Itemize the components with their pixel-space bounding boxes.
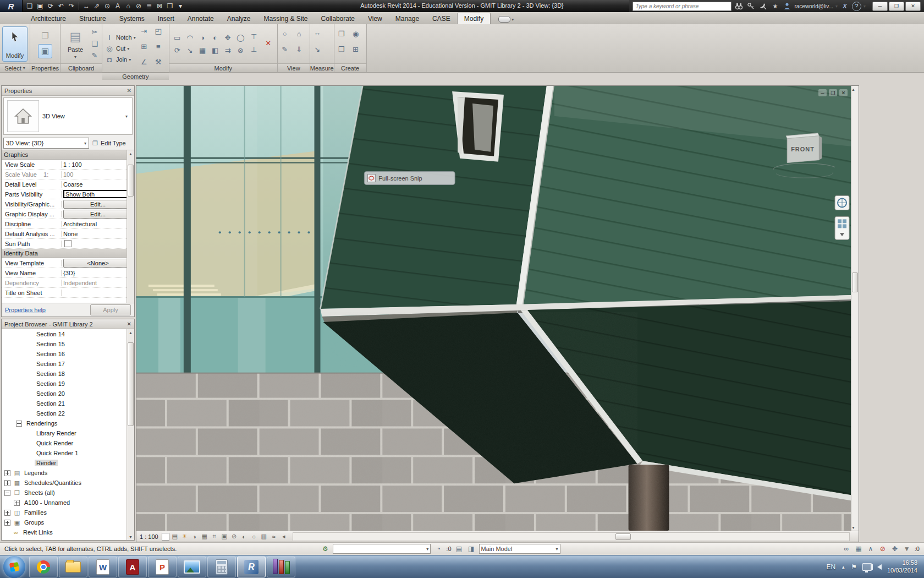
linework-icon[interactable]: ✎ bbox=[280, 45, 290, 54]
account-caret-icon[interactable]: ▾ bbox=[835, 4, 838, 9]
close-icon[interactable]: ✕ bbox=[127, 321, 131, 327]
taskbar-winrar[interactable] bbox=[267, 557, 295, 577]
aligned-dimension-icon[interactable]: ⇗ bbox=[92, 1, 102, 11]
select-pinned-icon[interactable]: ∧ bbox=[866, 544, 875, 553]
view-close-button[interactable]: ✕ bbox=[839, 89, 848, 96]
parts-visibility-field[interactable]: Show Both bbox=[63, 190, 133, 198]
tree-item-groups[interactable]: ▣Groups bbox=[2, 517, 134, 527]
tree-item-legends[interactable]: ▤Legends bbox=[2, 468, 134, 478]
drawing-area-3d-view[interactable]: Full-screen Snip FRONT bbox=[136, 85, 859, 542]
qat-customize-icon[interactable]: ▾ bbox=[175, 1, 185, 11]
editable-only-icon[interactable]: ◔ bbox=[434, 544, 443, 553]
view-template-button[interactable]: <None> bbox=[63, 259, 133, 268]
section-identity-data[interactable]: Identity Data∧ bbox=[2, 249, 134, 258]
ribbon-display-toggle[interactable]: ▾ bbox=[498, 16, 514, 23]
prop-row-sun-path[interactable]: Sun Path bbox=[2, 239, 134, 249]
prop-row-view-template[interactable]: View Template<None> bbox=[2, 258, 134, 268]
tab-structure[interactable]: Structure bbox=[73, 13, 113, 24]
tab-case[interactable]: CASE bbox=[426, 13, 457, 24]
tree-item-families[interactable]: ◫Families bbox=[2, 508, 134, 517]
taskbar-powerpoint[interactable]: P bbox=[148, 557, 177, 577]
apply-coping-icon[interactable]: ◰ bbox=[153, 26, 163, 36]
panel-label-modify[interactable]: Modify bbox=[169, 63, 277, 72]
volume-icon[interactable] bbox=[877, 564, 882, 570]
browser-scrollbar[interactable]: ▲▼ bbox=[127, 329, 134, 540]
subscription-key-icon[interactable] bbox=[746, 2, 756, 10]
worksets-dropdown[interactable]: ▾ bbox=[333, 544, 431, 554]
vertical-scrollbar[interactable]: ▲ ▼ bbox=[851, 86, 859, 531]
tree-item-schedules[interactable]: ▦Schedules/Quantities bbox=[2, 478, 134, 488]
panel-label-create[interactable]: Create bbox=[334, 63, 366, 72]
open-icon[interactable]: ❏ bbox=[25, 1, 35, 11]
crop-view-icon[interactable]: ⌗ bbox=[210, 532, 219, 541]
measure-tool-icon[interactable]: ↔ bbox=[312, 28, 322, 38]
section-graphics[interactable]: Graphics∧ bbox=[2, 150, 134, 160]
drag-on-selection-icon[interactable]: ✥ bbox=[890, 544, 899, 553]
cut-geometry-button[interactable]: ◎Cut▾ bbox=[105, 43, 136, 53]
worksharing-display-icon[interactable]: ▥ bbox=[260, 532, 268, 541]
split-face-icon[interactable]: ∠ bbox=[139, 57, 149, 67]
prop-row-view-scale[interactable]: View Scale1 : 100 bbox=[2, 160, 134, 170]
create-similar-icon[interactable]: ◉ bbox=[351, 29, 361, 39]
project-browser-header[interactable]: Project Browser - GMIT Library 2 ✕ bbox=[2, 319, 134, 329]
trim-extend-icon[interactable]: ↘ bbox=[184, 45, 196, 56]
horizontal-scroll-thumb[interactable] bbox=[615, 533, 631, 540]
tree-item-quick-render-1[interactable]: Quick Render 1 bbox=[2, 448, 134, 458]
type-properties-icon[interactable]: ❐ bbox=[38, 29, 52, 42]
offset-curve-icon[interactable]: ◠ bbox=[184, 32, 196, 43]
expand-icon[interactable] bbox=[4, 520, 10, 526]
panel-label-geometry[interactable]: Geometry bbox=[102, 73, 169, 80]
type-caret-icon[interactable]: ▾ bbox=[125, 114, 128, 119]
create-parts-icon[interactable]: ⊞ bbox=[351, 45, 361, 54]
prop-row-discipline[interactable]: DisciplineArchitectural bbox=[2, 219, 134, 229]
reveal-hidden-icon[interactable]: ○ bbox=[250, 532, 258, 541]
lightbulb-icon[interactable]: ○ bbox=[280, 29, 290, 39]
help-icon[interactable]: ? bbox=[852, 2, 861, 11]
rendering-dialog-icon[interactable]: ▦ bbox=[200, 532, 209, 541]
communication-center-icon[interactable] bbox=[758, 2, 768, 10]
expand-icon[interactable] bbox=[4, 510, 10, 516]
move-icon[interactable]: ✥ bbox=[222, 32, 234, 43]
collapse-bar-icon[interactable]: ◂ bbox=[279, 532, 288, 541]
action-center-flag-icon[interactable]: ⚑ bbox=[851, 563, 857, 571]
worksharing-display-toggle-icon[interactable]: ▤ bbox=[455, 544, 464, 553]
apply-button[interactable]: Apply bbox=[90, 304, 131, 315]
search-input[interactable] bbox=[632, 2, 732, 11]
create-group-icon[interactable]: ❐ bbox=[337, 29, 346, 39]
default-3d-view-icon[interactable]: ⌂ bbox=[123, 1, 133, 11]
properties-scrollbar[interactable]: ▲ bbox=[127, 150, 134, 303]
tree-item-revit-links[interactable]: ∞Revit Links bbox=[2, 527, 134, 537]
close-hidden-windows-icon[interactable]: ⊠ bbox=[155, 1, 164, 11]
taskbar-calculator[interactable] bbox=[207, 557, 236, 577]
offset-icon[interactable]: ⊞ bbox=[139, 41, 149, 51]
wall-joins-icon[interactable]: ≡ bbox=[153, 41, 163, 51]
select-links-icon[interactable]: ∞ bbox=[842, 544, 851, 553]
tab-systems[interactable]: Systems bbox=[113, 13, 151, 24]
tree-item-section-14[interactable]: Section 14 bbox=[2, 329, 134, 339]
scale-icon[interactable]: ◧ bbox=[210, 45, 221, 56]
switch-windows-icon[interactable]: ❐ bbox=[165, 1, 175, 11]
tag-icon[interactable]: ⊙ bbox=[102, 1, 112, 11]
scale-box-icon[interactable] bbox=[162, 533, 169, 541]
copy-icon[interactable]: ❏ bbox=[90, 39, 100, 49]
demolish-hammer-icon[interactable]: ⚒ bbox=[153, 57, 163, 67]
tab-architecture[interactable]: Architecture bbox=[24, 13, 73, 24]
rotate-icon[interactable]: ⟳ bbox=[172, 45, 183, 56]
expand-icon[interactable] bbox=[4, 480, 10, 486]
horizontal-scrollbar[interactable] bbox=[293, 532, 850, 541]
tray-expand-icon[interactable]: ▲ bbox=[841, 565, 845, 570]
tree-item-section-17[interactable]: Section 17 bbox=[2, 359, 134, 369]
tree-item-section-15[interactable]: Section 15 bbox=[2, 339, 134, 349]
sun-path-checkbox[interactable] bbox=[64, 240, 72, 247]
tab-massing-site[interactable]: Massing & Site bbox=[257, 13, 315, 24]
view-scale-control[interactable]: 1 : 100 bbox=[140, 533, 161, 540]
navigation-bar[interactable] bbox=[835, 196, 849, 240]
select-underlay-icon[interactable]: ▦ bbox=[854, 544, 863, 553]
sun-path-icon[interactable]: ☀ bbox=[180, 532, 189, 541]
design-options-dropdown[interactable]: Main Model▾ bbox=[479, 544, 560, 554]
shadows-icon[interactable]: ◑ bbox=[190, 532, 199, 541]
account-name[interactable]: raceworld@liv... bbox=[794, 3, 833, 9]
close-icon[interactable]: ✕ bbox=[127, 88, 131, 94]
tab-insert[interactable]: Insert bbox=[151, 13, 181, 24]
undo-icon[interactable]: ↶ bbox=[56, 1, 66, 11]
